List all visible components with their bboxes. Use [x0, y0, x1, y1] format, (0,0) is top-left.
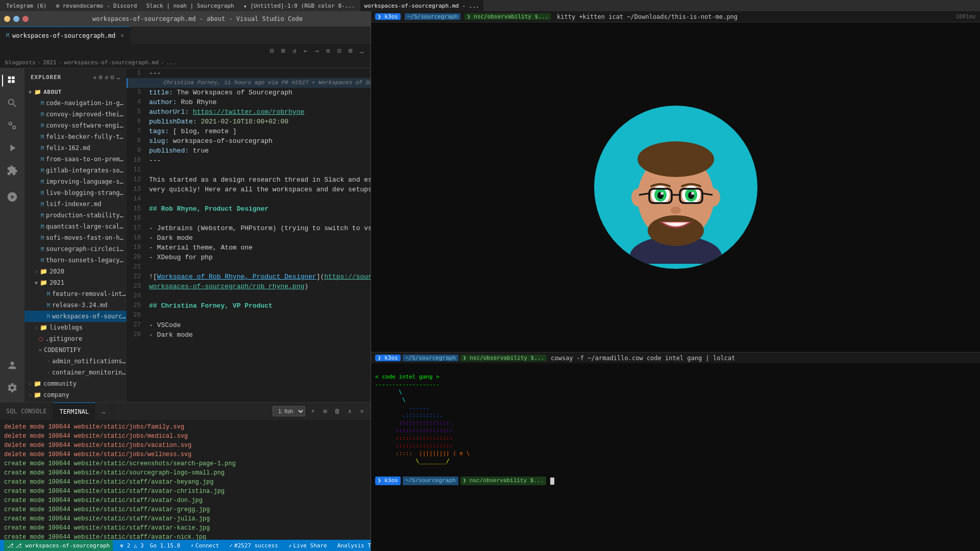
file-improving[interactable]: M improving-language-supp... — [24, 176, 127, 187]
rt-branch-badge: ❯ nsc/observability $... — [464, 13, 551, 20]
activity-explorer[interactable] — [2, 70, 22, 91]
folder-2021[interactable]: ▼ 📁 2021 — [24, 277, 127, 288]
close-button[interactable] — [22, 16, 29, 22]
sql-console-tab[interactable]: SQL CONSOLE — [0, 403, 53, 420]
more-files-icon[interactable]: … — [116, 74, 120, 81]
file-thorn[interactable]: M thorn-sunsets-legacy-app... — [24, 255, 127, 266]
breadcrumb: blogposts › 2021 › workspaces-of-sourceg… — [0, 57, 371, 68]
navigation-forward-button[interactable]: → — [312, 46, 322, 56]
md-icon: M — [41, 190, 44, 196]
md-icon: M — [41, 235, 44, 241]
code-line-1: 1 --- — [127, 68, 371, 78]
add-terminal-button[interactable]: + — [308, 407, 317, 416]
file-release-324[interactable]: M release-3.24.md — [24, 299, 127, 311]
file-convoy-software[interactable]: M convoy-software-enginee... — [24, 120, 127, 131]
breadcrumb-file[interactable]: workspaces-of-sourcegraph.md — [64, 59, 158, 66]
file-from-saas[interactable]: M from-saas-to-on-prem.md — [24, 154, 127, 165]
taskbar-discord[interactable]: ⚙ revandocarmo - Discord — [52, 0, 141, 11]
code-editor[interactable]: 1 --- Christina Forney, 11 hours ago via… — [127, 68, 371, 402]
file-felix-becker[interactable]: M felix-becker-fully-type-saf... — [24, 131, 127, 142]
activity-run[interactable] — [2, 138, 22, 158]
folder-community[interactable]: › 📁 community — [24, 378, 127, 389]
cowsay-prompt-line: ❯ k3os ~/S/sourcegraph ❯ nsc/observabili… — [371, 352, 980, 363]
svg-point-15 — [691, 192, 694, 195]
code-line-22: 22 ![Workspace of Rob Rhyne, Product Des… — [127, 272, 371, 282]
file-felix-162[interactable]: M felix-162.md — [24, 142, 127, 154]
file-codenotify1[interactable]: = CODENOTIFY — [24, 344, 127, 356]
statusbar-git[interactable]: ⎇ ⎇ workspaces-of-sourcegraph — [4, 540, 113, 551]
file-tree: ▼ 📁 ABOUT M code-navigation-in-github...… — [24, 86, 127, 402]
vscode-title: workspaces-of-sourcegraph.md - about - V… — [29, 15, 366, 22]
about-folder-header[interactable]: ▼ 📁 ABOUT — [24, 86, 127, 97]
statusbar-pr[interactable]: ✓ #2527 success — [226, 540, 281, 551]
code-line-28: 28 - Dark mode — [127, 330, 371, 340]
trash-terminal-button[interactable]: 🗑 — [333, 407, 342, 416]
breadcrumb-section[interactable]: ... — [166, 59, 176, 66]
more-actions-button[interactable]: ↺ — [290, 46, 299, 56]
activity-extensions[interactable] — [2, 160, 22, 181]
file-production[interactable]: M production-stability-at-lyf... — [24, 210, 127, 221]
md-icon: M — [41, 101, 44, 106]
file-feature-removal[interactable]: M feature-removal-interacti... — [24, 288, 127, 299]
file-sourcegraph-circleci[interactable]: M sourcegraph-circleci-2.0-... — [24, 243, 127, 255]
errors-label: ⊗ 2 △ 3 — [120, 542, 143, 549]
terminal-dropdown[interactable]: 1: fish — [273, 406, 305, 416]
maximize-panel-button[interactable]: ∧ — [345, 407, 354, 416]
file-convoy-improved[interactable]: M convoy-improved-their-d... — [24, 109, 127, 120]
close-panel-button[interactable]: × — [357, 407, 366, 416]
new-file-icon[interactable]: + — [93, 74, 97, 81]
statusbar-errors[interactable]: ⊗ 2 △ 3 — [117, 540, 146, 551]
open-changes-button[interactable]: ≡ — [324, 46, 333, 56]
open-preview-button[interactable]: ⊡ — [335, 46, 344, 56]
terminal-line-6: create mode 100644 website/static/source… — [4, 468, 366, 478]
file-live-blogging[interactable]: M live-blogging-strange-loo... — [24, 187, 127, 198]
code-line-26: 26 — [127, 311, 371, 320]
editor-tab-active[interactable]: M workspaces-of-sourcegraph.md × — [0, 27, 131, 44]
statusbar-position[interactable]: Go 1.15.8 — [147, 540, 184, 551]
activity-accounts[interactable] — [2, 355, 22, 375]
activity-remote[interactable] — [2, 187, 22, 207]
minimize-button[interactable] — [4, 16, 10, 22]
file-quantcast[interactable]: M quantcast-large-scale-ref... — [24, 221, 127, 232]
activity-search[interactable] — [2, 93, 22, 113]
chevron-right-icon: › — [29, 392, 32, 398]
breadcrumb-blogposts[interactable]: blogposts — [5, 59, 36, 66]
activity-source-control[interactable] — [2, 115, 22, 136]
activity-settings[interactable] — [2, 378, 22, 398]
file-gitignore[interactable]: ⬡ .gitignore — [24, 333, 127, 344]
statusbar-connect[interactable]: ⚡ Connect — [187, 540, 222, 551]
taskbar-telegram[interactable]: Telegram (6) — [2, 0, 51, 11]
folder-company[interactable]: › 📁 company — [24, 389, 127, 400]
folder-liveblogs[interactable]: › 📁 liveblogs — [24, 322, 127, 333]
file-sofi[interactable]: M sofi-moves-fast-on-hundr... — [24, 232, 127, 243]
taskbar-gimp[interactable]: ⬧ [Untitled]-1:0 (RGB color 8-... — [239, 0, 359, 11]
maximize-button[interactable] — [13, 16, 19, 22]
collapse-all-icon[interactable]: ⊟ — [111, 74, 115, 81]
folder-2020[interactable]: › 📁 2020 — [24, 266, 127, 277]
statusbar-liveshare[interactable]: ↗ Live Share — [285, 540, 330, 551]
file-lsif[interactable]: M lsif-indexer.md — [24, 198, 127, 210]
new-folder-icon[interactable]: ⊞ — [99, 74, 103, 81]
md-icon: M — [41, 168, 44, 173]
taskbar-vscode[interactable]: workspaces-of-sourcegraph.md - ... — [360, 0, 483, 11]
file-admin-notifications[interactable]: · admin_notifications_source... — [24, 356, 127, 367]
more-options-button[interactable]: … — [357, 46, 366, 56]
split-editor-v-button[interactable]: ⊞ — [279, 46, 288, 56]
file-container-monitoring[interactable]: · container_monitoring_sour... — [24, 367, 127, 378]
file-code-navigation[interactable]: M code-navigation-in-github... — [24, 97, 127, 109]
folder-2020-label: 2020 — [50, 268, 64, 275]
file-icon: · — [47, 370, 50, 375]
more-terminals-button[interactable]: … — [95, 403, 112, 420]
breadcrumb-2021[interactable]: 2021 — [43, 59, 57, 66]
taskbar-slack[interactable]: Slack | noah | Sourcegraph — [142, 0, 238, 11]
avatar-container — [594, 106, 757, 269]
close-tab-icon[interactable]: × — [120, 32, 124, 39]
terminal-tab[interactable]: TERMINAL — [53, 403, 95, 420]
navigation-back-button[interactable]: ← — [301, 46, 310, 56]
file-workspaces[interactable]: M workspaces-of-sourcegra... — [24, 311, 127, 322]
split-terminal-button[interactable]: ⊞ — [321, 407, 330, 416]
file-gitlab[interactable]: M gitlab-integrates-sourceg... — [24, 165, 127, 176]
refresh-icon[interactable]: ↺ — [105, 74, 109, 81]
split-right-button[interactable]: ⊞ — [346, 46, 355, 56]
split-editor-button[interactable]: ⊟ — [267, 46, 277, 56]
